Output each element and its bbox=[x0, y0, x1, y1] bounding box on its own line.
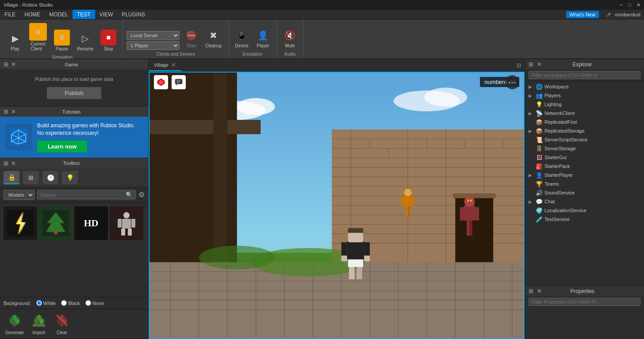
bg-black-option[interactable]: Black bbox=[61, 300, 80, 306]
learn-now-button[interactable]: Learn now bbox=[37, 141, 87, 152]
teams-label: Teams bbox=[544, 181, 640, 187]
properties-filter-input[interactable] bbox=[529, 298, 640, 306]
tutorials-panel-close[interactable]: ✕ bbox=[11, 108, 16, 115]
tree-item-localization[interactable]: 🌍 LocalizationService bbox=[525, 206, 644, 215]
toolbox-panel-controls[interactable]: ⊞ ✕ bbox=[4, 160, 16, 167]
explorer-expand[interactable]: ⊞ bbox=[529, 61, 533, 68]
game-panel-controls[interactable]: ⊞ ✕ bbox=[4, 61, 16, 68]
model-type-select[interactable]: Models bbox=[4, 190, 34, 200]
tree-item-workspace[interactable]: ▶ 🌐 Workspace bbox=[525, 82, 644, 91]
close-button[interactable]: ✕ bbox=[636, 2, 640, 8]
svg-rect-107 bbox=[460, 207, 464, 221]
roblox-icon-button[interactable] bbox=[154, 75, 168, 89]
tree-item-replicated-storage[interactable]: ▶ 📦 ReplicatedStorage bbox=[525, 126, 644, 135]
svg-rect-100 bbox=[408, 206, 410, 217]
lighting-label: Lighting bbox=[544, 102, 640, 107]
menu-plugins[interactable]: PLUGINS bbox=[117, 10, 150, 19]
explorer-controls[interactable]: ⊞ ✕ bbox=[529, 61, 542, 68]
toolbox-search-input[interactable] bbox=[40, 192, 126, 198]
tree-item-starter-player[interactable]: ▶ 👤 StarterPlayer bbox=[525, 171, 644, 179]
tree-item-replicated-first[interactable]: 📦 ReplicatedFirst bbox=[525, 118, 644, 126]
import-action[interactable]: Import bbox=[31, 312, 47, 335]
viewport-expand[interactable]: ⊡ bbox=[513, 62, 525, 69]
player-button[interactable]: 👤 Player bbox=[253, 27, 273, 50]
publish-button[interactable]: Publish bbox=[47, 87, 101, 99]
chat-arrow: ▶ bbox=[529, 199, 534, 204]
toolbox-tab-bulb[interactable]: 💡 bbox=[62, 171, 78, 184]
player-count-select[interactable]: 1 Player bbox=[126, 41, 180, 50]
tutorial-logo bbox=[5, 124, 32, 150]
cleanup-button[interactable]: ✖ Cleanup bbox=[203, 27, 224, 50]
explorer-filter-input[interactable] bbox=[529, 71, 640, 79]
resume-button[interactable]: ▷ Resume bbox=[74, 30, 96, 53]
repfirst-icon: 📦 bbox=[536, 118, 543, 126]
generate-action[interactable]: Generate bbox=[5, 312, 24, 335]
menu-file[interactable]: FILE bbox=[0, 10, 20, 19]
game-panel-close[interactable]: ✕ bbox=[11, 61, 16, 68]
toolbox-panel-close[interactable]: ✕ bbox=[11, 160, 16, 167]
viewport-more-button[interactable]: ⋯ bbox=[505, 75, 519, 89]
tree-item-sound-service[interactable]: 🔊 SoundService bbox=[525, 188, 644, 197]
toolbox-item-figure[interactable] bbox=[110, 206, 143, 240]
clear-icon bbox=[54, 312, 70, 328]
clients-servers-buttons: Local Server 1 Player ⛔ Start ✖ Cleanup bbox=[126, 21, 224, 50]
toolbox-item-lightning[interactable] bbox=[4, 206, 37, 240]
tree-item-players[interactable]: ▶ 👥 Players bbox=[525, 91, 644, 100]
menu-home[interactable]: HOME bbox=[20, 10, 45, 19]
whats-new-button[interactable]: What's New bbox=[566, 11, 599, 18]
tree-item-server-script[interactable]: 📜 ServerScriptService bbox=[525, 135, 644, 144]
properties-close[interactable]: ✕ bbox=[537, 288, 542, 294]
stop-button[interactable]: ■ Stop bbox=[98, 28, 119, 53]
tree-item-lighting[interactable]: 💡 Lighting bbox=[525, 100, 644, 109]
properties-controls[interactable]: ⊞ ✕ bbox=[529, 288, 542, 294]
toolbox-item-hd[interactable]: HD bbox=[74, 206, 108, 240]
maximize-button[interactable]: □ bbox=[628, 2, 631, 8]
menu-model[interactable]: MODEL bbox=[45, 10, 73, 19]
clear-action[interactable]: Clear bbox=[54, 312, 70, 335]
viewport-tab-close[interactable]: ✕ bbox=[171, 61, 176, 68]
stop-label: Stop bbox=[104, 46, 113, 51]
toolbox-panel-expand[interactable]: ⊞ bbox=[4, 160, 8, 167]
game-panel-expand[interactable]: ⊞ bbox=[4, 61, 8, 68]
tree-item-starter-pack[interactable]: 🎒 StarterPack bbox=[525, 162, 644, 171]
bg-white-option[interactable]: White bbox=[36, 300, 56, 306]
mute-button[interactable]: 🔇 Mute bbox=[280, 27, 300, 50]
pause-button[interactable]: ⏸ Pause bbox=[51, 28, 73, 53]
tree-item-starter-gui[interactable]: 🖼 StarterGui bbox=[525, 153, 644, 162]
toolbox-item-tree[interactable] bbox=[39, 206, 73, 240]
minimize-button[interactable]: ─ bbox=[620, 2, 623, 8]
explorer-close[interactable]: ✕ bbox=[537, 61, 542, 68]
menu-test[interactable]: TEST bbox=[73, 10, 95, 19]
bg-none-option[interactable]: None bbox=[85, 300, 104, 306]
toolbox-tab-grid[interactable]: ⊞ bbox=[23, 171, 39, 184]
audio-section: 🔇 Mute Audio bbox=[277, 19, 304, 58]
toolbox-tab-recent[interactable]: 🕐 bbox=[42, 171, 58, 184]
play-button[interactable]: ▶ Play bbox=[5, 30, 25, 53]
start-button[interactable]: ⛔ Start bbox=[181, 27, 201, 50]
tree-item-chat[interactable]: ▶ 💬 Chat bbox=[525, 197, 644, 206]
svg-rect-122 bbox=[360, 229, 363, 233]
svg-rect-34 bbox=[61, 323, 63, 327]
main-area: ⊞ ✕ Game Publish this place to load game… bbox=[0, 59, 644, 339]
tree-item-teams[interactable]: 🏆 Teams bbox=[525, 179, 644, 188]
server-type-select[interactable]: Local Server bbox=[126, 31, 180, 40]
tutorials-panel-expand[interactable]: ⊞ bbox=[4, 108, 8, 115]
viewport-tab-village[interactable]: Village ✕ bbox=[149, 59, 182, 71]
current-client-button[interactable]: 🖥 CurrentClient bbox=[27, 21, 50, 53]
tutorials-panel-controls[interactable]: ⊞ ✕ bbox=[4, 108, 16, 115]
filter-icon[interactable]: ⚙ bbox=[138, 190, 145, 199]
tree-item-test-service[interactable]: 🧪 TestService bbox=[525, 215, 644, 224]
chat-icon-button[interactable] bbox=[172, 75, 186, 89]
resume-icon: ▷ bbox=[78, 31, 92, 46]
device-button[interactable]: 📱 Device bbox=[232, 27, 252, 50]
toolbox-tab-lock[interactable]: 🔒 bbox=[4, 171, 19, 184]
tree-item-server-storage[interactable]: 🗄 ServerStorage bbox=[525, 144, 644, 153]
bg-none-label: None bbox=[92, 301, 104, 306]
window-controls[interactable]: ─ □ ✕ bbox=[620, 2, 640, 8]
properties-expand[interactable]: ⊞ bbox=[529, 288, 533, 294]
menu-view[interactable]: VIEW bbox=[95, 10, 118, 19]
share-icon: ↗ bbox=[606, 11, 611, 18]
tutorials-panel-header: ⊞ ✕ Tutorials bbox=[0, 107, 148, 117]
chat-icon: 💬 bbox=[536, 198, 543, 205]
tree-item-network[interactable]: ▶ 📡 NetworkClient bbox=[525, 109, 644, 118]
